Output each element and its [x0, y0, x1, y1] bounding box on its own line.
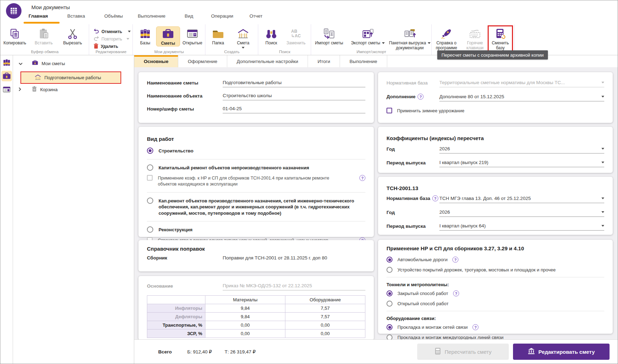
help-icon[interactable]: ? [432, 195, 438, 201]
rail-opened-button[interactable] [1, 84, 12, 95]
export-smeta-button[interactable]: Экспорт сметы [347, 26, 389, 46]
tree-item-korzina[interactable]: Корзина [19, 85, 58, 94]
replace-button[interactable]: AB↳AC Заменить [283, 26, 309, 46]
export-icon [361, 27, 374, 40]
menu-tab-otchet[interactable]: Отчет [249, 13, 262, 23]
help-icon[interactable]: ? [472, 324, 478, 330]
total-label: Всего [158, 349, 172, 354]
tsn13-base-select[interactable]: ТСН МГЭ глава 13. Доп. 46 от 25.12.2025 [439, 196, 604, 203]
create-smeta-dropdown-caret[interactable] [242, 47, 245, 49]
radio-checked-icon[interactable] [387, 290, 393, 296]
tsn13-period-select[interactable]: I квартал (выпуск 64) [439, 223, 604, 231]
checkbox-icon[interactable] [387, 108, 392, 113]
tree-item-my-smety[interactable]: Мои сметы [19, 59, 65, 68]
checkbox-disabled-icon[interactable] [147, 175, 153, 181]
hotkeys-button[interactable]: Горячие клавиши [461, 26, 489, 51]
tab-vypolnenie[interactable]: Выполнение [340, 55, 387, 67]
sbornik-label: Сборник [147, 255, 223, 261]
work-type-option-rekonstrukciya[interactable]: Реконструкция [147, 226, 365, 233]
divider [387, 311, 604, 311]
redo-button[interactable]: Повторить [89, 35, 129, 43]
paste-button[interactable]: Вставить [29, 26, 58, 46]
search-button[interactable]: Поиск [260, 26, 283, 46]
normative-base-select[interactable]: Территориальные сметные нормативы для Мо… [439, 80, 604, 87]
calculator-refresh-icon [494, 27, 506, 40]
tsn13-year-select[interactable]: 2026 [439, 209, 604, 217]
radio-icon[interactable] [147, 164, 153, 171]
option-closed-method[interactable]: Закрытый способ работ ? [387, 290, 604, 296]
batch-dropdown-caret[interactable] [428, 42, 431, 44]
batch-export-button[interactable]: Пакетная выгрузка документации [389, 26, 431, 51]
about-button[interactable]: Справка о программе [432, 26, 461, 51]
work-type-option-kapremont-neproizv[interactable]: Капитальный ремонт объектов непроизводст… [147, 164, 365, 171]
help-icon[interactable]: ? [453, 290, 459, 296]
menu-tab-obyomy[interactable]: Объёмы [104, 13, 123, 23]
edit-smeta-button[interactable]: Редактировать смету [513, 344, 610, 360]
osnovanie-input[interactable]: Приказ № МКЭ-ОД/25-132 от 22.12.2025 [223, 283, 365, 290]
title-bar: Мои документы Главная Вставка Объёмы Вып… [0, 0, 618, 24]
work-type-check-nr-sp[interactable]: Применение коэф. к НР и СП для сборников… [147, 175, 365, 187]
option-pavements[interactable]: Устройство покрытий дорожек, тротуаров, … [387, 267, 604, 273]
period-select[interactable]: I квартал (выпуск 219) [439, 160, 604, 167]
create-folder-button[interactable]: Папка [205, 26, 231, 46]
tab-osnovnye[interactable]: Основные [134, 55, 178, 67]
help-icon[interactable]: ? [452, 257, 458, 263]
sbornik-value[interactable]: Поправки для ТСН-2001 от 28.11.2025 г. д… [223, 255, 327, 261]
option-open-method[interactable]: Открытый способ работ [387, 301, 604, 307]
table-row: ЗСР, % 0,00 0,00 [147, 330, 365, 338]
folder-icon [212, 27, 224, 40]
cut-button[interactable]: Вырезать [58, 26, 87, 46]
create-smeta-button[interactable]: Смета [231, 26, 255, 49]
option-comm-networks[interactable]: Прокладка и монтаж сетей связи ? [387, 324, 604, 330]
comm-subtitle: Оборудование связи: [387, 316, 604, 321]
radio-icon[interactable] [147, 226, 153, 233]
help-icon[interactable]: ? [418, 94, 424, 100]
help-icon[interactable]: ? [359, 175, 365, 181]
replace-icon: AB↳AC [291, 27, 301, 40]
menu-tab-vid[interactable]: Вид [185, 13, 193, 23]
object-name-input[interactable]: Строительство школы [223, 93, 365, 100]
chevron-right-icon[interactable] [19, 87, 21, 92]
copy-button[interactable]: Копировать [0, 26, 29, 46]
undo-button[interactable]: Отменить [89, 28, 131, 35]
chevron-down-icon[interactable] [19, 61, 23, 66]
radio-checked-icon[interactable] [387, 257, 393, 263]
redo-dropdown-caret[interactable] [126, 38, 129, 40]
menu-tab-vypolnenie[interactable]: Выполнение [138, 13, 166, 23]
rail-smeta-button[interactable] [1, 71, 12, 81]
work-type-option-stroitelstvo[interactable]: Строительство [147, 148, 365, 154]
change-base-button[interactable]: Сменить базу [489, 26, 512, 51]
import-smeta-button[interactable]: Импорт сметы [311, 26, 347, 46]
radio-checked-icon[interactable] [147, 148, 153, 154]
radio-icon[interactable] [387, 301, 393, 307]
delete-button[interactable]: Удалить [89, 43, 118, 50]
export-dropdown-caret[interactable] [382, 42, 385, 44]
opened-button[interactable]: Открытые [180, 26, 205, 46]
batch-export-icon [403, 27, 416, 40]
menu-tab-vstavka[interactable]: Вставка [67, 13, 85, 23]
tab-itogi[interactable]: Итоги [308, 55, 340, 67]
calculator-icon [434, 347, 441, 356]
bases-button[interactable]: Базы [134, 26, 156, 46]
option-roads[interactable]: Автомобильные дороги ? [387, 257, 604, 263]
smeta-name-input[interactable]: Подготовительные работы [223, 80, 365, 87]
smeta-number-input[interactable]: 01-04-25 [223, 106, 365, 113]
menu-tab-glavnaya[interactable]: Главная [29, 13, 48, 23]
undo-dropdown-caret[interactable] [128, 31, 131, 32]
radio-icon[interactable] [147, 197, 153, 204]
main-content: Основные Оформление Дополнительные настр… [134, 55, 618, 340]
smeta-view-button[interactable]: Сметы [156, 26, 180, 46]
year-select[interactable]: 2026 [439, 146, 604, 153]
tab-dop-nastroyki[interactable]: Дополнительные настройки [227, 55, 308, 67]
addition-select[interactable]: Дополнение 80 от 15.12.2025 [439, 94, 604, 101]
cut-icon [67, 27, 78, 40]
rail-bases-button[interactable] [1, 57, 12, 68]
winter-surcharge-checkbox[interactable]: Применить зимнее удорожание [387, 108, 604, 113]
work-type-option-kapremont-proizv[interactable]: Кап.ремонт объектов производственного на… [147, 197, 365, 216]
tree-item-podgotovitelnye-raboty[interactable]: Подготовительные работы [20, 71, 121, 84]
tab-oformlenie[interactable]: Оформление [178, 55, 227, 67]
radio-icon[interactable] [387, 267, 393, 273]
menu-tab-operacii[interactable]: Операции [211, 13, 233, 23]
radio-checked-icon[interactable] [387, 324, 393, 330]
recalculate-button[interactable]: Пересчитать смету [417, 344, 509, 360]
